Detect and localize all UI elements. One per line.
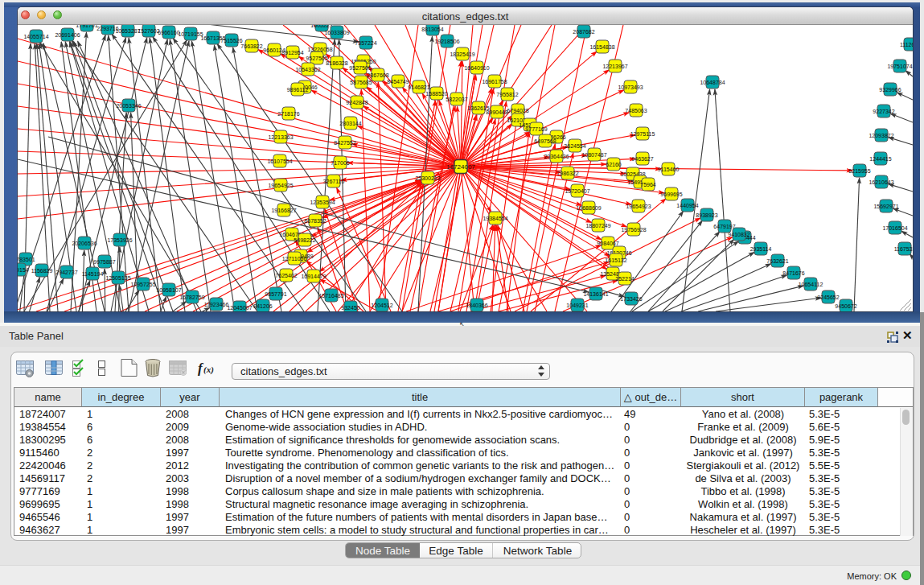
- svg-text:1527602: 1527602: [138, 28, 159, 34]
- svg-text:16640910: 16640910: [464, 65, 489, 71]
- svg-text:19654925: 19654925: [268, 183, 293, 188]
- svg-text:12505135: 12505135: [105, 275, 130, 281]
- svg-text:1167533: 1167533: [894, 246, 913, 252]
- svg-text:8186328: 8186328: [326, 60, 347, 66]
- svg-text:8990448: 8990448: [486, 109, 507, 115]
- svg-text:62160: 62160: [606, 162, 622, 167]
- svg-text:19654923: 19654923: [626, 204, 651, 209]
- svg-text:16914479: 16914479: [301, 274, 326, 279]
- svg-text:7632621: 7632621: [766, 258, 788, 264]
- svg-text:8938923: 8938923: [696, 212, 717, 218]
- svg-text:9527505: 9527505: [306, 56, 327, 61]
- svg-text:3267110: 3267110: [323, 179, 345, 184]
- svg-text:14136141: 14136141: [583, 291, 608, 297]
- svg-text:9857791: 9857791: [265, 291, 286, 297]
- svg-text:25300213: 25300213: [415, 175, 440, 181]
- svg-text:7515526: 7515526: [220, 38, 242, 43]
- svg-text:2087682: 2087682: [573, 29, 594, 35]
- svg-text:1733426: 1733426: [620, 296, 642, 302]
- svg-text:2867608: 2867608: [367, 72, 388, 78]
- svg-text:9975887: 9975887: [93, 259, 115, 265]
- svg-text:1791701: 1791701: [76, 25, 97, 28]
- svg-text:16782759: 16782759: [179, 295, 204, 300]
- svg-text:1145194: 1145194: [82, 271, 104, 277]
- svg-text:6966160: 6966160: [158, 30, 179, 35]
- svg-text:12045007: 12045007: [227, 305, 252, 311]
- svg-text:12093872: 12093872: [869, 133, 893, 138]
- svg-text:5822037: 5822037: [446, 97, 467, 102]
- svg-text:6479197: 6479197: [713, 224, 735, 229]
- svg-text:2942737: 2942737: [55, 270, 77, 275]
- svg-text:12711056: 12711056: [282, 256, 307, 262]
- svg-text:8215955: 8215955: [848, 168, 870, 174]
- svg-text:12353594: 12353594: [310, 200, 335, 205]
- svg-text:3624554: 3624554: [564, 143, 585, 149]
- svg-text:1204512: 1204512: [371, 303, 392, 308]
- svg-text:783501: 783501: [18, 257, 35, 262]
- svg-text:9115460: 9115460: [658, 167, 680, 172]
- svg-text:1112644: 1112644: [900, 42, 913, 47]
- svg-text:841206: 841206: [253, 303, 272, 309]
- svg-text:10807487: 10807487: [581, 152, 606, 158]
- svg-text:18325419: 18325419: [450, 51, 474, 57]
- svg-text:7955812: 7955812: [496, 92, 518, 97]
- svg-text:16154838: 16154838: [589, 44, 614, 50]
- svg-text:16107554: 16107554: [267, 159, 292, 164]
- svg-text:19166827: 19166827: [271, 208, 296, 213]
- svg-text:10543362: 10543362: [295, 67, 320, 72]
- svg-text:7357224: 7357224: [355, 40, 376, 46]
- svg-text:14055714: 14055714: [23, 34, 48, 39]
- svg-text:5875685: 5875685: [350, 80, 372, 85]
- svg-text:9463627: 9463627: [631, 156, 653, 162]
- svg-text:9527506: 9527506: [349, 65, 371, 71]
- svg-text:9410832: 9410832: [728, 232, 749, 237]
- svg-text:10958107: 10958107: [156, 287, 181, 293]
- svg-text:9146821: 9146821: [408, 84, 429, 90]
- svg-text:9245652: 9245652: [817, 295, 839, 300]
- svg-text:15716485: 15716485: [318, 293, 343, 299]
- svg-text:20053346: 20053346: [116, 103, 141, 109]
- svg-text:16033809: 16033809: [324, 30, 349, 35]
- svg-text:8471676: 8471676: [782, 270, 804, 276]
- svg-text:9699695: 9699695: [660, 192, 682, 197]
- svg-text:932450: 932450: [341, 305, 359, 311]
- svg-text:9227342: 9227342: [873, 109, 894, 114]
- svg-text:1840366: 1840366: [466, 303, 487, 308]
- svg-text:16210643: 16210643: [869, 179, 893, 185]
- svg-text:19751074: 19751074: [887, 64, 912, 69]
- svg-text:10648784: 10648784: [700, 80, 725, 85]
- svg-text:7485063: 7485063: [625, 108, 647, 113]
- svg-text:13226058: 13226058: [307, 47, 332, 52]
- svg-text:1615132: 1615132: [605, 257, 626, 263]
- svg-text:10688609: 10688609: [576, 205, 601, 211]
- svg-text:2935114: 2935114: [750, 246, 772, 252]
- svg-text:20364436: 20364436: [544, 154, 569, 159]
- svg-text:7663822: 7663822: [240, 43, 262, 49]
- svg-text:18724007: 18724007: [446, 163, 475, 171]
- svg-text:8813054: 8813054: [421, 27, 443, 32]
- svg-text:252214: 252214: [615, 276, 634, 282]
- svg-text:12213967: 12213967: [602, 64, 627, 69]
- svg-text:17016504: 17016504: [882, 225, 907, 231]
- svg-text:8454749: 8454749: [387, 79, 409, 84]
- svg-text:6497568: 6497568: [534, 138, 556, 144]
- svg-text:75964: 75964: [640, 182, 656, 187]
- svg-text:7625402: 7625402: [275, 273, 297, 278]
- svg-text:20691406: 20691406: [55, 32, 80, 38]
- svg-text:15720407: 15720407: [565, 188, 589, 194]
- svg-text:1605223: 1605223: [310, 25, 332, 28]
- svg-text:10653287: 10653287: [115, 28, 140, 34]
- svg-text:17353926: 17353926: [107, 237, 132, 243]
- svg-text:19756928: 19756928: [621, 227, 646, 233]
- svg-text:1244415: 1244415: [869, 156, 891, 162]
- svg-text:8678352: 8678352: [304, 218, 326, 224]
- svg-text:19384554: 19384554: [483, 216, 507, 221]
- svg-text:9329966: 9329966: [879, 87, 901, 93]
- svg-text:1440954: 1440954: [676, 203, 698, 208]
- svg-text:9450672: 9450672: [835, 303, 856, 309]
- svg-text:8912954: 8912954: [281, 50, 303, 56]
- svg-text:16961758: 16961758: [482, 79, 507, 84]
- svg-text:12213363: 12213363: [268, 134, 293, 140]
- svg-text:10654112: 10654112: [799, 282, 823, 287]
- svg-text:9242848: 9242848: [346, 100, 368, 105]
